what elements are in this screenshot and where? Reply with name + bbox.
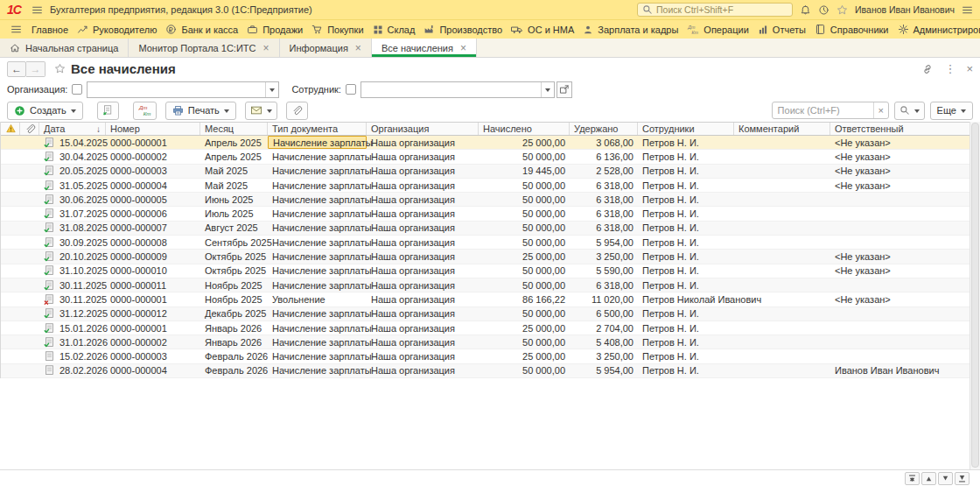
cell-doctype[interactable]: Увольнение <box>268 292 367 306</box>
cell-warn[interactable] <box>1 236 20 249</box>
cell-clip[interactable] <box>20 278 39 292</box>
column-header-org[interactable]: Организация <box>367 123 479 135</box>
cell-withheld[interactable]: 5 954,00 <box>570 236 638 249</box>
cell-responsible[interactable]: <Не указан> <box>830 165 970 178</box>
go-last-button[interactable] <box>955 472 970 485</box>
cell-number[interactable]: 0000-000002 <box>106 150 200 163</box>
cell-clip[interactable] <box>20 307 39 320</box>
cell-withheld[interactable]: 6 136,00 <box>570 150 638 163</box>
menu-item-1[interactable]: Главное <box>27 20 73 39</box>
menu-item-9[interactable]: Зарплата и кадры <box>578 20 682 39</box>
cell-warn[interactable] <box>1 364 20 377</box>
cell-employees[interactable]: Петров Н. И. <box>638 307 734 320</box>
cell-org[interactable]: Наша организация <box>367 321 479 335</box>
cell-responsible[interactable]: <Не указан> <box>830 136 970 149</box>
cell-responsible[interactable]: <Не указан> <box>830 250 970 263</box>
cell-doctype[interactable]: Начисление зарплаты <box>268 150 367 163</box>
cell-date[interactable]: 28.02.2026 <box>39 364 106 377</box>
cell-doctype[interactable]: Начисление зарплаты <box>268 222 367 235</box>
table-row[interactable]: 30.09.20250000-000008Сентябрь 2025Начисл… <box>1 236 970 250</box>
cell-doctype[interactable]: Начисление зарплаты <box>268 179 367 192</box>
cell-withheld[interactable]: 6 318,00 <box>570 222 638 235</box>
cell-comment[interactable] <box>734 236 830 249</box>
cell-clip[interactable] <box>20 292 39 306</box>
cell-responsible[interactable] <box>830 321 970 335</box>
cell-month[interactable]: Август 2025 <box>200 222 268 235</box>
cell-comment[interactable] <box>734 250 830 263</box>
cell-accrued[interactable]: 50 000,00 <box>479 236 570 249</box>
cell-date[interactable]: 30.04.2025 <box>39 150 106 163</box>
cell-warn[interactable] <box>1 222 20 235</box>
cell-comment[interactable] <box>734 207 830 220</box>
cell-responsible[interactable] <box>830 222 970 235</box>
go-down-button[interactable] <box>938 472 953 485</box>
table-row[interactable]: 30.11.20250000-000001Ноябрь 2025Увольнен… <box>1 292 970 306</box>
menu-item-10[interactable]: ДтКтОперации <box>682 20 752 39</box>
cell-comment[interactable] <box>734 321 830 335</box>
show-postings-button[interactable]: ДтКт <box>133 102 157 120</box>
table-row[interactable]: 31.10.20250000-000010Октябрь 2025Начисле… <box>1 264 970 278</box>
cell-responsible[interactable] <box>830 193 970 206</box>
cell-month[interactable]: Апрель 2025 <box>200 136 268 149</box>
menu-item-11[interactable]: Отчеты <box>753 20 810 39</box>
cell-accrued[interactable]: 50 000,00 <box>479 264 570 278</box>
sections-menu-icon[interactable] <box>5 24 27 35</box>
cell-clip[interactable] <box>20 222 39 235</box>
cell-clip[interactable] <box>20 193 39 206</box>
cell-withheld[interactable]: 3 068,00 <box>570 136 638 149</box>
link-icon[interactable] <box>921 63 934 75</box>
cell-comment[interactable] <box>734 179 830 192</box>
cell-month[interactable]: Январь 2026 <box>200 321 268 335</box>
go-up-button[interactable] <box>921 472 936 485</box>
cell-number[interactable]: 0000-000001 <box>106 136 200 149</box>
cell-comment[interactable] <box>734 278 830 292</box>
menu-item-5[interactable]: Покупки <box>307 20 368 39</box>
copy-document-button[interactable] <box>97 102 119 120</box>
cell-month[interactable]: Февраль 2026 <box>200 349 268 363</box>
cell-number[interactable]: 0000-000005 <box>106 193 200 206</box>
cell-number[interactable]: 0000-000011 <box>106 278 200 292</box>
close-form-icon[interactable]: × <box>966 62 973 75</box>
clear-search-icon[interactable]: × <box>873 102 888 118</box>
cell-employees[interactable]: Петров Н. И. <box>638 278 734 292</box>
cell-accrued[interactable]: 86 166,22 <box>479 292 570 306</box>
table-row[interactable]: 31.05.20250000-000004Май 2025Начисление … <box>1 179 970 193</box>
emp-open-button[interactable] <box>556 81 572 98</box>
emp-combo-dropdown-icon[interactable] <box>541 82 554 97</box>
notifications-icon[interactable] <box>800 4 811 16</box>
cell-org[interactable]: Наша организация <box>367 307 479 320</box>
menu-item-8[interactable]: ОС и НМА <box>507 20 578 39</box>
cell-doctype[interactable]: Начисление зарплаты <box>268 349 367 363</box>
cell-accrued[interactable]: 50 000,00 <box>479 335 570 349</box>
menu-item-13[interactable]: Администрирование <box>893 20 980 39</box>
cell-comment[interactable] <box>734 292 830 306</box>
cell-withheld[interactable]: 3 250,00 <box>570 349 638 363</box>
cell-doctype[interactable]: Начисление зарплаты <box>268 250 367 263</box>
table-row[interactable]: 15.02.20260000-000003Февраль 2026Начисле… <box>1 349 970 363</box>
table-row[interactable]: 15.01.20260000-000001Январь 2026Начислен… <box>1 321 970 335</box>
cell-org[interactable]: Наша организация <box>367 207 479 220</box>
cell-month[interactable]: Ноябрь 2025 <box>200 292 268 306</box>
cell-org[interactable]: Наша организация <box>367 278 479 292</box>
cell-comment[interactable] <box>734 222 830 235</box>
cell-warn[interactable] <box>1 292 20 306</box>
cell-doctype[interactable]: Начисление зарплаты <box>268 207 367 220</box>
cell-withheld[interactable]: 5 954,00 <box>570 364 638 377</box>
cell-date[interactable]: 30.11.2025 <box>39 292 106 306</box>
cell-clip[interactable] <box>20 207 39 220</box>
cell-comment[interactable] <box>734 150 830 163</box>
cell-responsible[interactable]: Иванов Иван Иванович <box>830 364 970 377</box>
cell-employees[interactable]: Петров Н. И. <box>638 335 734 349</box>
cell-employees[interactable]: Петров Н. И. <box>638 179 734 192</box>
cell-withheld[interactable]: 6 318,00 <box>570 179 638 192</box>
cell-clip[interactable] <box>20 136 39 149</box>
cell-accrued[interactable]: 50 000,00 <box>479 179 570 192</box>
cell-clip[interactable] <box>20 264 39 278</box>
global-search-input[interactable]: Поиск Ctrl+Shift+F <box>637 3 793 17</box>
menu-item-3[interactable]: Банк и касса <box>161 20 242 39</box>
cell-warn[interactable] <box>1 278 20 292</box>
cell-clip[interactable] <box>20 349 39 363</box>
cell-number[interactable]: 0000-000002 <box>106 335 200 349</box>
cell-comment[interactable] <box>734 165 830 178</box>
history-icon[interactable] <box>818 4 830 16</box>
